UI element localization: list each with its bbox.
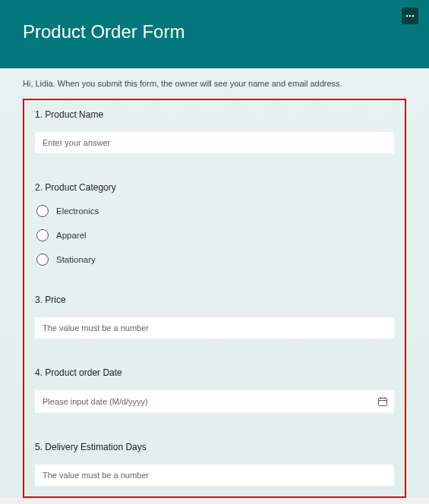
more-icon xyxy=(405,14,415,17)
svg-point-0 xyxy=(406,15,408,17)
form-content: Hi, Lidia. When you submit this form, th… xyxy=(0,68,429,498)
radio-option-electronics[interactable]: Electronics xyxy=(36,205,394,217)
question-order-date: 4. Product order Date xyxy=(35,367,394,413)
question-product-name: 1. Product Name xyxy=(35,109,394,153)
price-input[interactable] xyxy=(35,317,394,339)
calendar-icon xyxy=(377,396,388,407)
question-product-category: 2. Product Category Electronics Apparel … xyxy=(35,182,394,266)
form-header: Product Order Form xyxy=(0,0,429,68)
question-price: 3. Price xyxy=(35,295,394,339)
calendar-button[interactable] xyxy=(371,390,394,413)
radio-circle-icon xyxy=(36,205,49,217)
svg-point-1 xyxy=(409,15,411,17)
submission-info-text: Hi, Lidia. When you submit this form, th… xyxy=(23,79,406,88)
question-label: 3. Price xyxy=(35,295,394,305)
category-radio-group: Electronics Apparel Stationary xyxy=(35,205,394,266)
question-label: 5. Delivery Estimation Days xyxy=(35,442,394,452)
product-name-input[interactable] xyxy=(35,132,394,153)
radio-circle-icon xyxy=(36,254,49,266)
more-options-button[interactable] xyxy=(402,8,418,24)
radio-circle-icon xyxy=(36,229,49,241)
svg-rect-3 xyxy=(379,398,387,406)
question-delivery-days: 5. Delivery Estimation Days xyxy=(35,442,394,486)
radio-option-stationary[interactable]: Stationary xyxy=(36,254,394,266)
form-title: Product Order Form xyxy=(23,21,406,43)
svg-point-2 xyxy=(412,15,414,17)
radio-label: Apparel xyxy=(56,231,87,240)
date-input-row xyxy=(35,390,394,413)
question-label: 1. Product Name xyxy=(35,109,394,120)
order-date-input[interactable] xyxy=(35,391,371,412)
question-label: 2. Product Category xyxy=(35,182,394,193)
radio-label: Electronics xyxy=(56,206,99,216)
question-label: 4. Product order Date xyxy=(35,367,394,378)
radio-label: Stationary xyxy=(56,255,96,264)
questions-container: 1. Product Name 2. Product Category Elec… xyxy=(23,99,406,498)
delivery-days-input[interactable] xyxy=(35,465,394,486)
radio-option-apparel[interactable]: Apparel xyxy=(36,229,394,241)
